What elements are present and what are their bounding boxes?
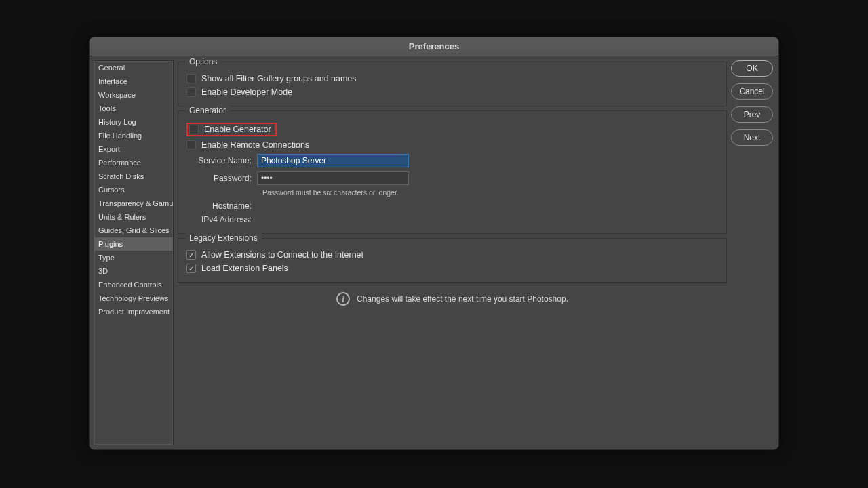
generator-group: Generator Enable Generator Enable Remote… [178,110,727,234]
enable-dev-mode-checkbox[interactable] [186,87,196,97]
enable-generator-label: Enable Generator [204,125,271,134]
hostname-row: Hostname: [186,199,718,213]
load-panels-checkbox[interactable] [186,264,196,273]
sidebar-item-plugins[interactable]: Plugins [94,237,173,251]
sidebar-item-scratch-disks[interactable]: Scratch Disks [94,169,173,183]
cancel-button[interactable]: Cancel [731,83,773,100]
load-panels-row[interactable]: Load Extension Panels [186,262,718,275]
sidebar-item-type[interactable]: Type [94,251,173,264]
show-filter-gallery-label: Show all Filter Gallery groups and names [201,74,357,83]
sidebar-item-technology-previews[interactable]: Technology Previews [94,291,173,305]
generator-legend: Generator [185,106,230,115]
allow-internet-label: Allow Extensions to Connect to the Inter… [201,250,363,260]
main-panel: Options Show all Filter Gallery groups a… [174,56,731,449]
sidebar-item-guides-grid-slices[interactable]: Guides, Grid & Slices [94,224,173,237]
enable-remote-label: Enable Remote Connections [201,140,309,150]
enable-remote-checkbox[interactable] [186,140,196,150]
sidebar-item-cursors[interactable]: Cursors [94,183,173,197]
service-name-row: Service Name: Photoshop Server [186,152,718,169]
ipv4-row: IPv4 Address: [186,213,718,226]
options-legend: Options [185,57,221,66]
show-filter-gallery-checkbox[interactable] [186,74,196,83]
allow-internet-checkbox[interactable] [186,250,196,260]
window-title: Preferences [90,37,778,56]
sidebar-item-3d[interactable]: 3D [94,264,173,278]
sidebar-item-units-rulers[interactable]: Units & Rulers [94,210,173,224]
service-name-label: Service Name: [186,156,257,165]
next-button[interactable]: Next [731,129,773,146]
sidebar-item-transparency-gamut[interactable]: Transparency & Gamut [94,197,173,210]
sidebar-item-interface[interactable]: Interface [94,75,173,88]
enable-dev-mode-row[interactable]: Enable Developer Mode [186,85,718,99]
dialog-buttons: OK Cancel Prev Next [731,56,778,449]
enable-generator-highlight: Enable Generator [186,123,277,136]
enable-remote-row[interactable]: Enable Remote Connections [186,138,718,152]
enable-dev-mode-label: Enable Developer Mode [201,87,292,97]
service-name-input[interactable]: Photoshop Server [257,154,409,167]
restart-note: i Changes will take effect the next time… [178,283,727,315]
options-group: Options Show all Filter Gallery groups a… [178,62,727,106]
allow-internet-row[interactable]: Allow Extensions to Connect to the Inter… [186,248,718,262]
prev-button[interactable]: Prev [731,106,773,123]
password-input[interactable]: •••• [257,171,409,185]
sidebar-item-tools[interactable]: Tools [94,102,173,115]
info-icon: i [336,292,350,306]
load-panels-label: Load Extension Panels [201,264,288,273]
sidebar-item-history-log[interactable]: History Log [94,115,173,129]
legacy-extensions-group: Legacy Extensions Allow Extensions to Co… [178,238,727,283]
sidebar-item-enhanced-controls[interactable]: Enhanced Controls [94,278,173,291]
sidebar-item-product-improvement[interactable]: Product Improvement [94,305,173,319]
ok-button[interactable]: OK [731,60,773,77]
legacy-legend: Legacy Extensions [185,233,262,243]
sidebar-item-file-handling[interactable]: File Handling [94,129,173,142]
restart-note-text: Changes will take effect the next time y… [357,294,568,304]
sidebar-item-export[interactable]: Export [94,142,173,156]
show-filter-gallery-row[interactable]: Show all Filter Gallery groups and names [186,72,718,85]
password-hint: Password must be six characters or longe… [262,187,718,199]
sidebar-item-general[interactable]: General [94,61,173,75]
enable-generator-checkbox[interactable] [189,125,199,134]
category-sidebar: GeneralInterfaceWorkspaceToolsHistory Lo… [94,60,174,445]
enable-generator-row[interactable]: Enable Generator [186,121,718,138]
window-body: GeneralInterfaceWorkspaceToolsHistory Lo… [90,56,778,449]
sidebar-item-performance[interactable]: Performance [94,156,173,169]
preferences-window: Preferences GeneralInterfaceWorkspaceToo… [89,37,779,450]
password-row: Password: •••• [186,169,718,187]
sidebar-item-workspace[interactable]: Workspace [94,88,173,102]
ipv4-label: IPv4 Address: [186,215,257,224]
hostname-label: Hostname: [186,201,257,211]
password-label: Password: [186,174,257,183]
